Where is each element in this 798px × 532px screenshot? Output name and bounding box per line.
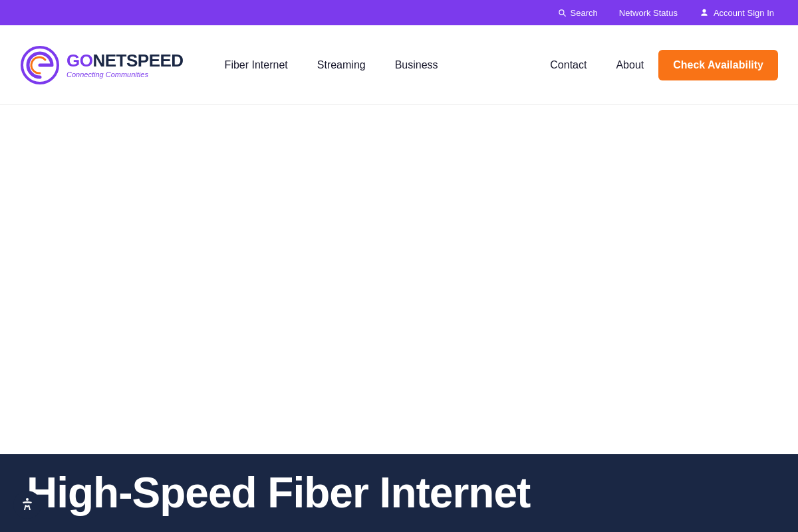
hero-area [0, 105, 798, 454]
nav-contact[interactable]: Contact [535, 59, 601, 71]
network-status-link[interactable]: Network Status [608, 8, 688, 18]
logo-tagline: Connecting Communities [66, 70, 184, 78]
network-status-label: Network Status [619, 8, 678, 18]
accessibility-button[interactable] [13, 491, 41, 519]
top-bar: Search Network Status Account Sign In [0, 0, 798, 25]
account-icon [699, 7, 710, 18]
main-nav: GO NETSPEED Connecting Communities Fiber… [0, 25, 798, 105]
nav-about[interactable]: About [601, 59, 658, 71]
check-availability-button[interactable]: Check Availability [658, 50, 778, 80]
search-link[interactable]: Search [547, 8, 608, 18]
logo-go: GO [66, 51, 92, 70]
accessibility-icon [19, 497, 35, 513]
nav-fiber-internet[interactable]: Fiber Internet [210, 59, 303, 71]
logo[interactable]: GO NETSPEED Connecting Communities [20, 45, 184, 85]
hero-heading: High-Speed Fiber Internet [27, 469, 530, 516]
logo-text: GO NETSPEED Connecting Communities [66, 51, 184, 78]
search-icon [557, 8, 567, 17]
dark-section: High-Speed Fiber Internet [0, 454, 798, 532]
nav-streaming[interactable]: Streaming [303, 59, 380, 71]
account-sign-in-label: Account Sign In [714, 8, 774, 18]
logo-netspeed: NETSPEED [92, 51, 183, 70]
account-sign-in-link[interactable]: Account Sign In [688, 7, 785, 18]
logo-icon [20, 45, 60, 85]
search-label: Search [571, 8, 598, 18]
svg-point-1 [26, 498, 29, 501]
nav-business[interactable]: Business [380, 59, 453, 71]
nav-links: Fiber Internet Streaming Business Contac… [210, 50, 778, 80]
